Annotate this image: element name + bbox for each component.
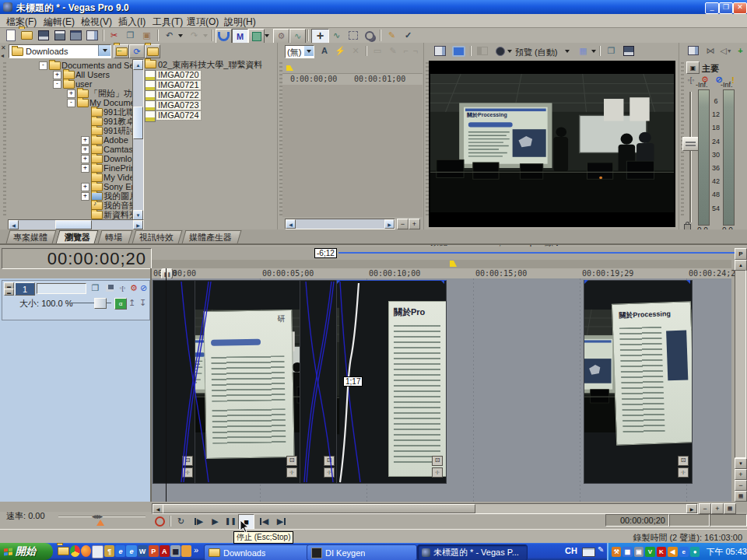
timeline-ruler[interactable]: 00:00 00;00 00:00:05;00 00:00:10;00 00:0…: [152, 268, 731, 279]
trimmer-marker-icon[interactable]: [286, 65, 293, 71]
snap-toggle-button[interactable]: [216, 29, 232, 44]
tray-settings-icon[interactable]: ▣: [634, 547, 644, 557]
trimmer-fx-combo[interactable]: (無): [285, 45, 314, 58]
master-properties-button[interactable]: [686, 44, 700, 57]
playhead-line[interactable]: [166, 268, 167, 502]
save-project-button[interactable]: [36, 29, 51, 42]
tab-explorer-label[interactable]: 瀏覽器: [65, 232, 90, 243]
menu-tools[interactable]: 工具(T): [153, 16, 183, 29]
pen-icon[interactable]: ✎: [598, 545, 604, 554]
track-motion-button[interactable]: ❐: [89, 282, 101, 294]
quicklaunch-powerpoint-icon[interactable]: P: [149, 545, 159, 557]
tray-kmplayer-icon[interactable]: K: [657, 547, 666, 557]
expander[interactable]: +: [81, 155, 89, 163]
edit-details-button[interactable]: [85, 29, 100, 42]
tree-item-label[interactable]: Camtasia Studio: [103, 145, 132, 154]
timeline-corner-button[interactable]: P: [735, 248, 747, 260]
trimmer-zoom-out-button[interactable]: −: [397, 219, 409, 229]
preview-properties-button[interactable]: [433, 44, 447, 58]
copy-button[interactable]: ❐: [123, 29, 138, 42]
record-button[interactable]: [153, 515, 167, 527]
quality-dot-dropdown[interactable]: [506, 44, 513, 58]
maximize-button[interactable]: ❐: [719, 2, 733, 14]
trimmer-remove-fx-button[interactable]: ✕: [349, 44, 363, 57]
quicklaunch-notes-icon[interactable]: [181, 545, 191, 557]
track-level-slider-handle[interactable]: [94, 298, 107, 309]
track-mute-button[interactable]: ⊘: [139, 282, 149, 294]
overlays-button[interactable]: ▦: [576, 44, 591, 58]
split-screen-button[interactable]: [475, 44, 489, 58]
refresh-button[interactable]: ⟳: [129, 44, 145, 58]
scroll-thumb[interactable]: [133, 107, 143, 139]
timeline-vscroll-track[interactable]: [735, 270, 746, 458]
tree-item-label[interactable]: 991教卓討: [103, 117, 132, 126]
current-time-display[interactable]: 00:00:00;20: [2, 248, 152, 269]
new-project-button[interactable]: [3, 29, 18, 42]
track-child-button[interactable]: ↧: [138, 298, 148, 308]
timeline-scroll-down[interactable]: ▼: [735, 458, 747, 469]
timeline-marker-icon[interactable]: [450, 261, 457, 267]
track-composite-button[interactable]: [103, 282, 115, 294]
scroll-left-button[interactable]: ◀: [9, 220, 19, 229]
trimmer-ruler[interactable]: 0:00:00;00 00:00:01;00: [282, 73, 423, 86]
scroll-left-button[interactable]: ◀: [286, 219, 296, 229]
whats-this-help-button[interactable]: ✓: [401, 29, 416, 42]
quicklaunch-tool-icon[interactable]: ¶: [104, 545, 114, 557]
selection-start-box[interactable]: [669, 514, 710, 527]
keyboard-icon[interactable]: [582, 548, 595, 557]
expander[interactable]: +: [81, 183, 89, 191]
track-number-badge[interactable]: 1: [15, 282, 35, 296]
tree-item-label[interactable]: Sony Ericsson: [103, 183, 132, 191]
go-to-start-button[interactable]: ◀: [257, 515, 272, 527]
save-snapshot-button[interactable]: [621, 44, 636, 58]
tree-hscrollbar[interactable]: ◀ ▶: [8, 219, 144, 230]
tab-video-fx-label[interactable]: 視訊特效: [139, 232, 174, 243]
pause-button[interactable]: ❚❚: [224, 515, 237, 527]
track-parent-button[interactable]: ↥: [127, 298, 137, 308]
play-from-start-button[interactable]: ▶: [191, 515, 206, 527]
zoom-edit-tool[interactable]: [362, 29, 377, 42]
menu-help[interactable]: 說明(H): [224, 16, 256, 29]
tray-antivirus-icon[interactable]: V: [645, 547, 654, 557]
menu-edit[interactable]: 編輯(E): [44, 16, 75, 29]
timeline-zoom-tool-button[interactable]: ▦: [724, 503, 736, 514]
scroll-left-button[interactable]: ◀: [153, 504, 163, 513]
tab-project-media-label[interactable]: 專案媒體: [13, 232, 47, 243]
quicklaunch-firefox-icon[interactable]: [81, 545, 91, 557]
tray-volume-icon[interactable]: ◀: [668, 547, 677, 557]
redo-dropdown[interactable]: [202, 29, 209, 42]
play-button[interactable]: ▶: [209, 515, 222, 527]
quicklaunch-overflow-chevron[interactable]: »: [194, 545, 198, 555]
address-combo[interactable]: Downloads: [9, 44, 111, 58]
dim-output-button[interactable]: ◁▼: [719, 44, 733, 57]
tree-item-label[interactable]: Downloads: [103, 155, 132, 163]
menu-insert[interactable]: 插入(I): [118, 16, 146, 29]
track-header[interactable]: ▬ ▬ 1 ❐ ◦[◦ ⚙ ⊘ 大小: 100.0 % α ↥ ↧: [2, 280, 150, 320]
tree-item-label[interactable]: 991研討會: [103, 127, 132, 135]
tree-item-label[interactable]: 「開始」功能表: [89, 89, 132, 98]
start-button[interactable]: 開始: [0, 543, 53, 560]
menu-view[interactable]: 檢視(V): [81, 16, 112, 29]
normal-edit-tool[interactable]: ✛: [311, 29, 329, 44]
expander[interactable]: -: [39, 61, 47, 70]
trimmer-edit-button[interactable]: ✎: [386, 44, 400, 57]
selection-edit-tool[interactable]: [345, 29, 360, 42]
cut-button[interactable]: ✂: [107, 29, 121, 42]
timeline-vzoom-out[interactable]: −: [735, 480, 747, 491]
address-dropdown[interactable]: [98, 45, 110, 56]
scroll-right-button[interactable]: ▶: [384, 219, 395, 229]
timeline-vzoom-in[interactable]: +: [735, 469, 747, 480]
trimmer-afx-button[interactable]: A: [317, 44, 331, 57]
quicklaunch-ie-icon[interactable]: e: [115, 545, 125, 557]
track-alpha-button[interactable]: α: [114, 298, 127, 310]
trimmer-apply-fx-button[interactable]: ⚡: [333, 44, 347, 57]
taskbar-item-downloads[interactable]: Downloads: [204, 544, 310, 560]
tray-tools-icon[interactable]: ⚒: [612, 547, 621, 557]
track-fx-button[interactable]: ◦[◦: [116, 282, 129, 294]
expander[interactable]: +: [53, 71, 61, 79]
tree-item-label[interactable]: 991北職授: [103, 108, 132, 117]
expander[interactable]: -: [67, 99, 75, 107]
undo-dropdown[interactable]: [177, 29, 184, 42]
expander[interactable]: +: [67, 89, 75, 98]
tab-transitions-label[interactable]: 轉場: [105, 232, 122, 243]
